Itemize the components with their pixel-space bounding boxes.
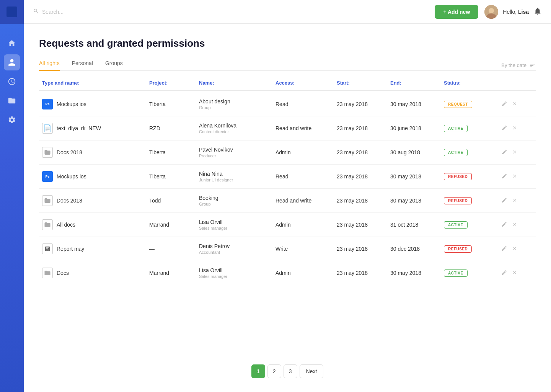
file-name: Report may xyxy=(57,246,84,252)
sidebar-item-clock[interactable] xyxy=(4,74,20,90)
user-area: Hello, Lisa xyxy=(484,5,542,19)
edit-icon[interactable] xyxy=(501,197,507,204)
end-cell: 31 oct 2018 xyxy=(390,222,444,228)
sidebar-item-home[interactable] xyxy=(4,35,20,51)
search-area xyxy=(33,8,429,16)
access-cell: Read xyxy=(276,173,337,180)
col-project: Project: xyxy=(149,80,199,86)
project-cell: Marrand xyxy=(149,222,199,228)
sidebar-item-files[interactable] xyxy=(4,93,20,109)
access-cell: Admin xyxy=(276,222,337,228)
add-new-button[interactable]: + Add new xyxy=(435,5,478,19)
delete-icon[interactable] xyxy=(512,270,517,276)
name-cell: Denis Petrov Accountant xyxy=(199,243,276,255)
start-cell: 23 may 2018 xyxy=(337,173,390,180)
status-cell: ACTIVE xyxy=(444,124,501,132)
name-cell: About design Group xyxy=(199,98,276,110)
edit-icon[interactable] xyxy=(501,221,507,229)
end-cell: 30 may 2018 xyxy=(390,270,444,276)
action-cell xyxy=(501,101,524,108)
tabs-bar: All rights Personal Groups By the date xyxy=(39,60,536,71)
tab-groups[interactable]: Groups xyxy=(105,60,123,71)
edit-icon[interactable] xyxy=(501,245,507,253)
page-title: Requests and granted permissions xyxy=(39,38,536,49)
table-header: Type and name: Project: Name: Access: St… xyxy=(39,80,536,91)
search-icon xyxy=(33,8,39,16)
file-name: Mockups ios xyxy=(57,173,86,180)
start-cell: 23 may 2018 xyxy=(337,222,390,228)
file-icon-sheet xyxy=(42,243,53,254)
main-content: + Add new Hello, Lisa Requests and grant… xyxy=(24,0,551,392)
file-icon-folder xyxy=(42,195,53,206)
table-row: Ps Mockups ios Tiberta Nina Nina Junior … xyxy=(39,165,536,189)
delete-icon[interactable] xyxy=(512,173,517,180)
sort-by-date[interactable]: By the date xyxy=(501,62,536,69)
edit-icon[interactable] xyxy=(501,270,507,277)
table-row: Docs Marrand Lisa Orvill Sales manager A… xyxy=(39,261,536,285)
project-cell: Tiberta xyxy=(149,101,199,107)
table-row: Ps Mockups ios Tiberta About design Grou… xyxy=(39,92,536,116)
action-cell xyxy=(501,149,524,156)
name-cell: Nina Nina Junior UI designer xyxy=(199,171,276,182)
project-cell: Tiberta xyxy=(149,149,199,155)
name-cell: Alena Kornilova Content director xyxy=(199,122,276,134)
file-name: Docs 2018 xyxy=(57,198,82,204)
file-cell: Docs 2018 xyxy=(42,195,149,206)
page-btn-1[interactable]: 1 xyxy=(251,364,265,378)
page-next-btn[interactable]: Next xyxy=(300,364,324,378)
file-icon-folder xyxy=(42,268,53,278)
sidebar-item-users[interactable] xyxy=(4,54,20,70)
page-btn-2[interactable]: 2 xyxy=(267,364,281,378)
status-cell: ACTIVE xyxy=(444,149,501,156)
notification-bell-icon[interactable] xyxy=(533,7,542,17)
project-cell: Marrand xyxy=(149,270,199,276)
project-cell: Tiberta xyxy=(149,173,199,180)
end-cell: 30 aug 2018 xyxy=(390,149,444,155)
start-cell: 23 may 2018 xyxy=(337,149,390,155)
sort-label: By the date xyxy=(501,62,527,68)
file-cell: Ps Mockups ios xyxy=(42,171,149,182)
permissions-table: Type and name: Project: Name: Access: St… xyxy=(39,80,536,355)
table-row: Docs 2018 Todd Booking Group Read and wr… xyxy=(39,189,536,213)
start-cell: 23 may 2018 xyxy=(337,125,390,131)
col-access: Access: xyxy=(276,80,337,86)
page-btn-3[interactable]: 3 xyxy=(284,364,297,378)
tab-all-rights[interactable]: All rights xyxy=(39,60,60,71)
edit-icon[interactable] xyxy=(501,101,507,108)
file-icon-doc: 📄 xyxy=(42,123,53,134)
pagination: 1 2 3 Next xyxy=(39,355,536,384)
end-cell: 30 may 2018 xyxy=(390,198,444,204)
status-badge: ACTIVE xyxy=(444,221,468,229)
sidebar-item-settings[interactable] xyxy=(4,112,20,128)
project-cell: Todd xyxy=(149,198,199,204)
access-cell: Admin xyxy=(276,149,337,155)
search-input[interactable] xyxy=(42,9,157,15)
edit-icon[interactable] xyxy=(501,173,507,180)
end-cell: 30 june 2018 xyxy=(390,125,444,131)
logo-mark xyxy=(7,7,17,17)
file-icon-folder xyxy=(42,219,53,230)
status-badge: ACTIVE xyxy=(444,149,468,156)
delete-icon[interactable] xyxy=(512,101,517,108)
delete-icon[interactable] xyxy=(512,222,517,228)
delete-icon[interactable] xyxy=(512,125,517,132)
sidebar-logo xyxy=(0,0,24,24)
file-name: Mockups ios xyxy=(57,101,86,107)
access-cell: Read and write xyxy=(276,198,337,204)
delete-icon[interactable] xyxy=(512,198,517,204)
col-status: Status: xyxy=(444,80,501,86)
delete-icon[interactable] xyxy=(512,149,517,156)
status-badge: REFUSED xyxy=(444,197,472,204)
access-cell: Write xyxy=(276,246,337,252)
file-icon-ps: Ps xyxy=(42,171,53,182)
sidebar xyxy=(0,0,24,392)
status-cell: REFUSED xyxy=(444,173,501,180)
sidebar-nav xyxy=(0,31,24,128)
edit-icon[interactable] xyxy=(501,149,507,156)
table-row: 📄 text_dlya_rk_NEW RZD Alena Kornilova C… xyxy=(39,116,536,140)
action-cell xyxy=(501,197,524,204)
edit-icon[interactable] xyxy=(501,125,507,132)
delete-icon[interactable] xyxy=(512,246,517,252)
tab-personal[interactable]: Personal xyxy=(72,60,93,71)
col-type-name: Type and name: xyxy=(42,80,149,86)
